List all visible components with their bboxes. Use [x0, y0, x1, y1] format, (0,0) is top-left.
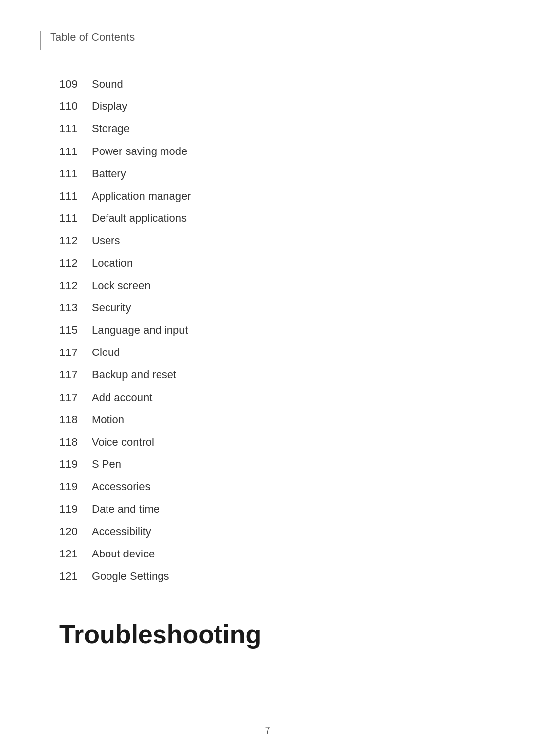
toc-item: 110Display	[59, 98, 495, 115]
toc-item: 111Storage	[59, 120, 495, 137]
toc-item-title: Display	[92, 98, 127, 115]
toc-item: 121Google Settings	[59, 567, 495, 585]
toc-item-title: Battery	[92, 165, 126, 182]
toc-item-number: 121	[59, 567, 92, 585]
toc-item-title: Security	[92, 299, 131, 316]
page-container: Table of Contents 109Sound110Display111S…	[0, 0, 535, 756]
toc-item-number: 118	[59, 411, 92, 428]
toc-list: 109Sound110Display111Storage111Power sav…	[59, 75, 495, 585]
toc-item-title: Users	[92, 232, 120, 249]
toc-item: 117Add account	[59, 389, 495, 406]
toc-item-number: 119	[59, 501, 92, 518]
toc-item: 119Date and time	[59, 501, 495, 518]
toc-item: 109Sound	[59, 75, 495, 93]
toc-item-title: Power saving mode	[92, 143, 187, 160]
toc-item-number: 109	[59, 75, 92, 93]
toc-item: 121About device	[59, 545, 495, 562]
toc-item-title: Sound	[92, 75, 123, 93]
toc-item: 112Lock screen	[59, 277, 495, 294]
toc-item-number: 118	[59, 433, 92, 451]
toc-item: 111Power saving mode	[59, 143, 495, 160]
toc-item-title: Accessibility	[92, 523, 151, 540]
toc-item: 111Battery	[59, 165, 495, 182]
toc-item-number: 111	[59, 209, 92, 227]
toc-item: 115Language and input	[59, 321, 495, 339]
toc-item-number: 110	[59, 98, 92, 115]
toc-item-number: 117	[59, 366, 92, 383]
toc-item-number: 119	[59, 455, 92, 473]
toc-item-title: Date and time	[92, 501, 160, 518]
toc-item-number: 111	[59, 120, 92, 137]
toc-item-title: Default applications	[92, 209, 187, 227]
toc-item: 112Location	[59, 254, 495, 272]
toc-item-number: 112	[59, 254, 92, 272]
toc-item-title: Storage	[92, 120, 130, 137]
toc-item-number: 111	[59, 143, 92, 160]
toc-item-number: 112	[59, 277, 92, 294]
toc-item-title: Add account	[92, 389, 152, 406]
toc-item-number: 111	[59, 165, 92, 182]
toc-item: 113Security	[59, 299, 495, 316]
toc-item-number: 120	[59, 523, 92, 540]
header-section: Table of Contents	[40, 20, 495, 50]
toc-item-title: S Pen	[92, 455, 121, 473]
toc-item-title: Location	[92, 254, 133, 272]
section-heading: Troubleshooting	[59, 619, 495, 649]
toc-item-number: 111	[59, 187, 92, 204]
toc-item-title: Language and input	[92, 321, 188, 339]
toc-item: 112Users	[59, 232, 495, 249]
toc-item-number: 117	[59, 344, 92, 361]
toc-item-title: About device	[92, 545, 155, 562]
toc-item: 118Motion	[59, 411, 495, 428]
left-border-decoration	[40, 31, 41, 50]
toc-item-title: Application manager	[92, 187, 191, 204]
toc-item: 119Accessories	[59, 478, 495, 495]
toc-item: 119S Pen	[59, 455, 495, 473]
toc-item: 118Voice control	[59, 433, 495, 451]
toc-item-title: Google Settings	[92, 567, 169, 585]
toc-item-title: Backup and reset	[92, 366, 176, 383]
table-of-contents-label: Table of Contents	[50, 30, 135, 45]
toc-item: 111Application manager	[59, 187, 495, 204]
toc-item: 117Cloud	[59, 344, 495, 361]
toc-item-number: 121	[59, 545, 92, 562]
toc-item-number: 113	[59, 299, 92, 316]
toc-item-title: Motion	[92, 411, 124, 428]
toc-item-number: 117	[59, 389, 92, 406]
toc-item-title: Cloud	[92, 344, 120, 361]
toc-item: 120Accessibility	[59, 523, 495, 540]
toc-item-number: 119	[59, 478, 92, 495]
toc-item-number: 115	[59, 321, 92, 339]
toc-item-number: 112	[59, 232, 92, 249]
toc-item-title: Accessories	[92, 478, 151, 495]
toc-item: 117Backup and reset	[59, 366, 495, 383]
toc-item-title: Voice control	[92, 433, 154, 451]
page-number: 7	[265, 725, 270, 736]
toc-item-title: Lock screen	[92, 277, 151, 294]
toc-item: 111Default applications	[59, 209, 495, 227]
